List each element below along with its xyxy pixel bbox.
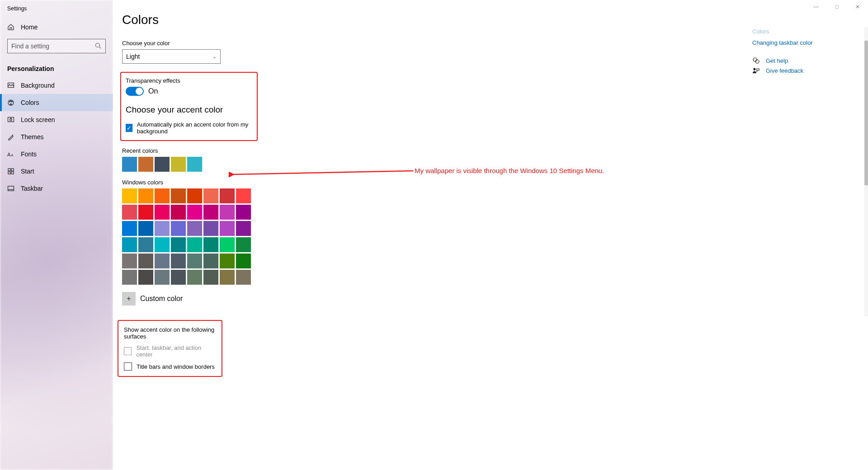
sidebar-item-lock-screen[interactable]: Lock screen xyxy=(0,111,113,128)
scrollbar-track[interactable] xyxy=(864,27,868,316)
rail-get-help-label[interactable]: Get help xyxy=(766,57,788,64)
sidebar-item-label: Themes xyxy=(21,133,44,141)
windows-color-swatch[interactable] xyxy=(187,254,202,268)
sidebar-item-taskbar[interactable]: Taskbar xyxy=(0,180,113,197)
windows-color-swatch[interactable] xyxy=(138,188,153,203)
windows-color-swatch[interactable] xyxy=(138,205,153,220)
windows-color-swatch[interactable] xyxy=(138,254,153,268)
sidebar-item-colors[interactable]: Colors xyxy=(0,94,113,111)
windows-color-swatch[interactable] xyxy=(220,237,235,252)
maximize-button[interactable]: □ xyxy=(826,0,847,14)
auto-pick-row: ✓ Automatically pick an accent color fro… xyxy=(126,121,252,135)
windows-color-swatch[interactable] xyxy=(236,254,251,268)
svg-text:A: A xyxy=(11,153,14,157)
sidebar-home[interactable]: Home xyxy=(0,19,113,35)
windows-color-swatch[interactable] xyxy=(171,270,186,285)
windows-color-swatch[interactable] xyxy=(203,188,218,203)
rail-partial-link[interactable]: Colors xyxy=(752,28,852,35)
svg-point-5 xyxy=(12,101,13,102)
sidebar-item-background[interactable]: Background xyxy=(0,77,113,94)
windows-color-swatch[interactable] xyxy=(203,254,218,268)
transparency-toggle[interactable] xyxy=(126,87,144,96)
svg-rect-10 xyxy=(8,169,10,171)
windows-color-swatch[interactable] xyxy=(203,270,218,285)
scrollbar-thumb[interactable] xyxy=(864,41,868,185)
colors-icon xyxy=(7,99,14,106)
recent-color-swatch[interactable] xyxy=(138,157,153,172)
background-icon xyxy=(7,82,14,89)
rail-give-feedback-label[interactable]: Give feedback xyxy=(766,67,803,74)
windows-color-swatch[interactable] xyxy=(155,270,170,285)
svg-rect-11 xyxy=(11,169,14,171)
windows-color-swatch[interactable] xyxy=(187,188,202,203)
windows-color-swatch[interactable] xyxy=(220,205,235,220)
windows-color-swatch[interactable] xyxy=(122,237,137,252)
svg-point-4 xyxy=(10,101,11,102)
custom-color-label: Custom color xyxy=(140,295,183,303)
windows-color-swatch[interactable] xyxy=(187,270,202,285)
start-icon xyxy=(7,168,14,175)
content-area: Colors Choose your color Light ⌄ Transpa… xyxy=(113,0,868,470)
sidebar-item-label: Taskbar xyxy=(21,185,43,192)
page-title: Colors xyxy=(122,13,868,27)
windows-color-swatch[interactable] xyxy=(138,270,153,285)
windows-color-swatch[interactable] xyxy=(203,221,218,236)
custom-color-add-button[interactable]: + xyxy=(122,292,136,306)
windows-color-swatch[interactable] xyxy=(220,254,235,268)
windows-color-swatch[interactable] xyxy=(187,205,202,220)
surface-title-row: Title bars and window borders xyxy=(124,362,216,371)
windows-color-swatch[interactable] xyxy=(155,188,170,203)
windows-color-swatch[interactable] xyxy=(236,205,251,220)
recent-color-swatch[interactable] xyxy=(155,157,170,172)
sidebar-item-fonts[interactable]: AAFonts xyxy=(0,146,113,163)
windows-color-swatch[interactable] xyxy=(155,205,170,220)
svg-text:A: A xyxy=(7,152,11,157)
sidebar-item-themes[interactable]: Themes xyxy=(0,128,113,146)
windows-color-swatch[interactable] xyxy=(220,221,235,236)
windows-color-swatch[interactable] xyxy=(138,237,153,252)
windows-color-swatch[interactable] xyxy=(155,221,170,236)
windows-color-swatch[interactable] xyxy=(171,254,186,268)
search-box[interactable] xyxy=(7,39,106,53)
windows-color-swatch[interactable] xyxy=(187,221,202,236)
close-button[interactable]: ✕ xyxy=(847,0,868,14)
windows-color-swatch[interactable] xyxy=(171,221,186,236)
windows-color-swatch[interactable] xyxy=(122,188,137,203)
recent-color-swatch[interactable] xyxy=(171,157,186,172)
windows-color-swatch[interactable] xyxy=(236,270,251,285)
sidebar-item-start[interactable]: Start xyxy=(0,163,113,180)
windows-color-swatch[interactable] xyxy=(236,188,251,203)
windows-color-swatch[interactable] xyxy=(220,188,235,203)
lock-screen-icon xyxy=(7,116,14,123)
windows-colors-grid xyxy=(122,188,868,285)
sidebar: Settings Home Personalization Background… xyxy=(0,0,113,470)
windows-color-swatch[interactable] xyxy=(171,188,186,203)
windows-color-swatch[interactable] xyxy=(155,237,170,252)
windows-color-swatch[interactable] xyxy=(171,205,186,220)
recent-color-swatch[interactable] xyxy=(187,157,202,172)
windows-color-swatch[interactable] xyxy=(122,205,137,220)
windows-color-swatch[interactable] xyxy=(187,237,202,252)
minimize-button[interactable]: — xyxy=(806,0,826,14)
windows-color-swatch[interactable] xyxy=(203,205,218,220)
transparency-toggle-row: On xyxy=(126,87,252,96)
chevron-down-icon: ⌄ xyxy=(212,54,217,60)
windows-color-swatch[interactable] xyxy=(220,270,235,285)
windows-color-swatch[interactable] xyxy=(122,270,137,285)
windows-color-swatch[interactable] xyxy=(122,254,137,268)
windows-color-swatch[interactable] xyxy=(236,221,251,236)
windows-color-swatch[interactable] xyxy=(122,221,137,236)
windows-color-swatch[interactable] xyxy=(155,254,170,268)
surface-title-checkbox[interactable] xyxy=(124,362,132,371)
auto-pick-checkbox[interactable]: ✓ xyxy=(126,124,132,132)
choose-color-select[interactable]: Light ⌄ xyxy=(122,49,221,64)
windows-color-swatch[interactable] xyxy=(236,237,251,252)
windows-color-swatch[interactable] xyxy=(203,237,218,252)
auto-pick-label: Automatically pick an accent color from … xyxy=(137,121,252,135)
windows-color-swatch[interactable] xyxy=(138,221,153,236)
window-title: Settings xyxy=(0,4,113,19)
recent-color-swatch[interactable] xyxy=(122,157,137,172)
rail-link-taskbar-color[interactable]: Changing taskbar color xyxy=(752,39,852,46)
windows-color-swatch[interactable] xyxy=(171,237,186,252)
search-input[interactable] xyxy=(11,42,94,50)
